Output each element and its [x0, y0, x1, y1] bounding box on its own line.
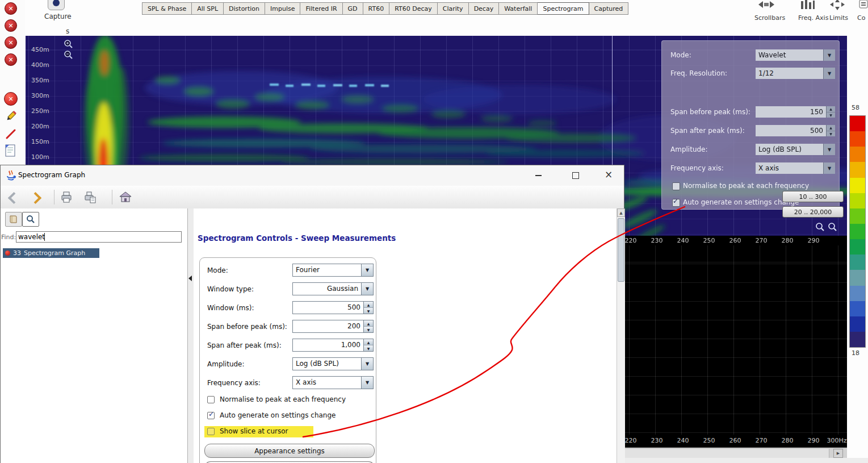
mode-dropdown[interactable]: Wavelet▼ — [756, 49, 835, 61]
search-result-item[interactable]: 33 Spectrogram Graph — [3, 248, 99, 258]
tab-waterfall[interactable]: Waterfall — [499, 2, 538, 15]
home-icon[interactable] — [119, 190, 132, 204]
collapse-left-icon[interactable] — [188, 276, 192, 281]
splitter[interactable] — [188, 208, 194, 463]
chevron-down-icon[interactable]: ▼ — [361, 377, 373, 389]
spinner-down-icon[interactable]: ▼ — [364, 345, 373, 351]
help-search-panel: Find: 33 Spectrogram Graph — [1, 208, 188, 463]
freq-range-button-1[interactable]: 10 .. 300 — [782, 191, 844, 202]
back-icon[interactable] — [8, 192, 20, 204]
tab-decay[interactable]: Decay — [469, 2, 500, 15]
time-axis-label: 350m — [31, 77, 48, 84]
search-tab[interactable] — [22, 212, 39, 227]
scrollbar-thumb[interactable] — [618, 218, 624, 282]
delete-measurement-icon[interactable]: ✕ — [5, 19, 17, 32]
zoom-x-icon[interactable] — [815, 222, 825, 232]
trace-style-icon[interactable] — [5, 128, 16, 140]
normalise-checkbox[interactable] — [672, 182, 680, 190]
span-before-spinner[interactable]: 150▲▼ — [756, 106, 835, 118]
auto-generate-checkbox[interactable] — [672, 199, 680, 207]
chevron-down-icon[interactable]: ▼ — [361, 264, 373, 276]
toolbar-button-freq-axis[interactable]: Freq. Axis — [798, 14, 828, 22]
spinner-down-icon[interactable]: ▼ — [827, 112, 835, 118]
tab-distortion[interactable]: Distortion — [224, 2, 265, 15]
window-type-dropdown[interactable]: Gaussian▼ — [292, 282, 374, 295]
spinner-up-icon[interactable]: ▲ — [827, 106, 835, 112]
zoom-y-icon[interactable] — [827, 222, 837, 232]
amplitude-dropdown[interactable]: Log (dB SPL)▼ — [756, 144, 835, 155]
toolbar-button-controls[interactable]: Co — [857, 14, 865, 22]
chevron-down-icon[interactable]: ▼ — [823, 144, 835, 155]
toolbar-button-scrollbars[interactable]: Scrollbars — [754, 14, 785, 22]
delete-measurement-icon[interactable]: ✕ — [5, 53, 17, 66]
tab-rt60[interactable]: RT60 — [363, 2, 390, 15]
controls-icon[interactable] — [858, 0, 868, 10]
freq-axis-icon[interactable] — [799, 0, 815, 10]
minimize-button[interactable] — [529, 169, 548, 182]
print-setup-icon[interactable] — [83, 190, 97, 204]
tab-impulse[interactable]: Impulse — [265, 2, 300, 15]
close-button[interactable]: × — [599, 168, 618, 181]
zoom-out-icon[interactable] — [63, 49, 73, 60]
scroll-right-button[interactable]: ▶ — [833, 449, 843, 458]
spinner-down-icon[interactable]: ▼ — [364, 307, 373, 314]
tab-rt60-decay[interactable]: RT60 Decay — [389, 2, 438, 15]
freq-tick-label: 300Hz — [823, 437, 850, 444]
auto-generate-checkbox[interactable] — [207, 412, 215, 419]
spinner-up-icon[interactable]: ▲ — [364, 302, 373, 307]
chevron-down-icon[interactable]: ▼ — [361, 358, 373, 370]
freq-range-button-2[interactable]: 20 .. 20,000 — [782, 206, 844, 218]
delete-measurement-icon[interactable]: ✕ — [5, 2, 17, 15]
tab-spectrogram[interactable]: Spectrogram — [538, 2, 589, 15]
span-after-label: Span after peak (ms): — [670, 125, 745, 136]
spinner-up-icon[interactable]: ▲ — [827, 125, 835, 131]
notes-icon[interactable] — [5, 144, 16, 157]
amplitude-dropdown[interactable]: Log (dB SPL)▼ — [292, 357, 374, 370]
content-scrollbar[interactable]: ▲ — [617, 208, 625, 463]
help-window-title: Spectrogram Graph — [18, 171, 85, 179]
find-input[interactable] — [16, 231, 182, 243]
zoom-in-icon[interactable] — [63, 39, 73, 49]
tab-captured[interactable]: Captured — [589, 2, 629, 15]
maximize-button[interactable] — [566, 169, 585, 182]
tab-spl-phase[interactable]: SPL & Phase — [142, 2, 192, 15]
normalise-checkbox[interactable] — [207, 396, 215, 403]
tab-clarity[interactable]: Clarity — [438, 2, 469, 15]
spinner-up-icon[interactable]: ▲ — [364, 320, 373, 326]
tab-gd[interactable]: GD — [343, 2, 363, 15]
freq-resolution-dropdown[interactable]: 1/12▼ — [756, 68, 835, 79]
window-ms-spinner[interactable]: 500▲▼ — [292, 301, 374, 314]
help-title-bar[interactable]: Spectrogram Graph × — [1, 165, 624, 186]
java-icon — [6, 170, 16, 181]
capture-icon[interactable] — [48, 0, 65, 10]
delete-all-icon[interactable]: ✕ — [4, 92, 18, 106]
show-slice-checkbox[interactable] — [207, 428, 215, 435]
frequency-axis-dropdown[interactable]: X axis▼ — [292, 376, 374, 389]
delete-measurement-icon[interactable]: ✕ — [5, 36, 17, 49]
chevron-down-icon[interactable]: ▼ — [823, 68, 835, 79]
forward-icon[interactable] — [30, 192, 41, 204]
spinner-up-icon[interactable]: ▲ — [364, 339, 373, 345]
tab-all-spl[interactable]: All SPL — [192, 2, 224, 15]
appearance-settings-button[interactable]: Appearance settings — [204, 444, 375, 458]
toc-tab[interactable] — [5, 212, 22, 227]
frequency-axis-dropdown[interactable]: X axis▼ — [756, 162, 835, 174]
print-icon[interactable] — [60, 190, 73, 204]
span-before-spinner[interactable]: 200▲▼ — [292, 320, 374, 333]
tab-filtered-ir[interactable]: Filtered IR — [300, 2, 342, 15]
scrollbars-icon[interactable] — [757, 0, 775, 10]
span-after-spinner[interactable]: 500▲▼ — [756, 125, 835, 136]
mode-dropdown[interactable]: Fourier▼ — [292, 264, 374, 277]
scroll-up-button[interactable]: ▲ — [617, 208, 625, 217]
span-after-spinner[interactable]: 1,000▲▼ — [292, 339, 374, 352]
chevron-down-icon[interactable]: ▼ — [361, 283, 373, 295]
spinner-down-icon[interactable]: ▼ — [827, 131, 835, 137]
spinner-down-icon[interactable]: ▼ — [364, 326, 373, 332]
limits-icon[interactable] — [829, 0, 846, 10]
chevron-down-icon[interactable]: ▼ — [823, 49, 835, 61]
capture-button-label[interactable]: Capture — [44, 12, 72, 20]
pencil-icon[interactable] — [5, 110, 17, 123]
chevron-down-icon[interactable]: ▼ — [823, 162, 835, 174]
time-axis-label: 450m — [31, 46, 48, 53]
toolbar-button-limits[interactable]: Limits — [829, 14, 848, 22]
